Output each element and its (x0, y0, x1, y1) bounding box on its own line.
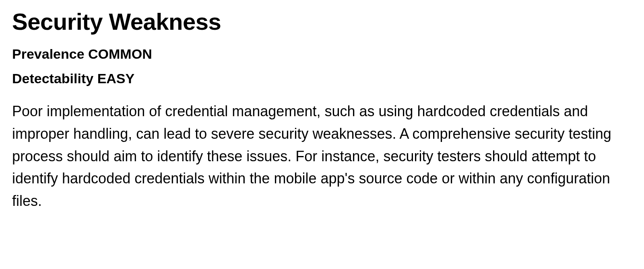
section-heading: Security Weakness (12, 8, 632, 35)
prevalence-line: Prevalence COMMON (12, 46, 632, 62)
detectability-value: EASY (97, 71, 135, 86)
prevalence-label: Prevalence (12, 46, 85, 62)
prevalence-value: COMMON (88, 46, 152, 62)
detectability-line: Detectability EASY (12, 71, 632, 86)
body-paragraph: Poor implementation of credential manage… (12, 100, 628, 212)
detectability-label: Detectability (12, 71, 93, 86)
